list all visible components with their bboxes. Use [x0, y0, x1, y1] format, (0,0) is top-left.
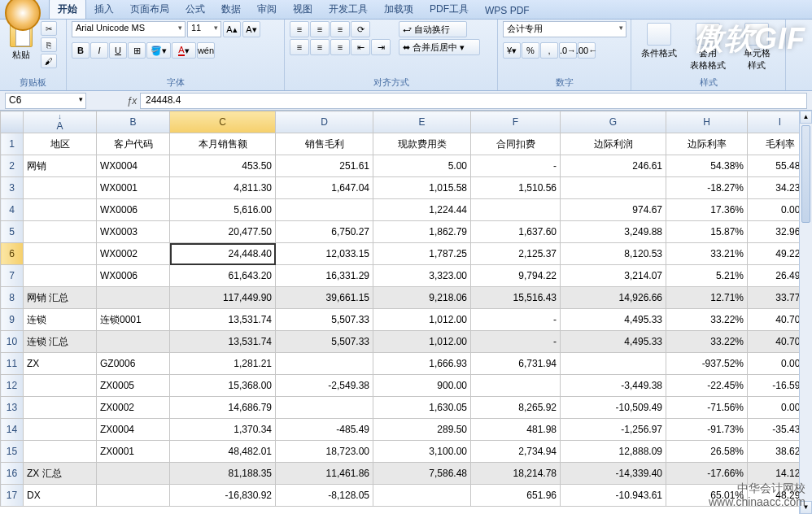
phonetic-button[interactable]: wén: [197, 42, 215, 59]
decrease-decimal-button[interactable]: .00←: [578, 42, 596, 59]
orientation-button[interactable]: ⟳: [351, 21, 370, 37]
cell[interactable]: WX0006: [97, 265, 170, 287]
cell[interactable]: 3,323.00: [373, 265, 471, 287]
cell[interactable]: ZX: [24, 353, 97, 375]
header-cell[interactable]: 销售毛利: [276, 133, 373, 155]
cell[interactable]: -937.52%: [666, 353, 748, 375]
header-cell[interactable]: 边际利率: [666, 133, 748, 155]
cell[interactable]: 65.01%: [666, 485, 748, 507]
tab-5[interactable]: 审阅: [249, 0, 285, 19]
row-header-13[interactable]: 13: [1, 397, 24, 419]
cell[interactable]: 1,647.04: [276, 177, 373, 199]
cell[interactable]: [471, 375, 561, 397]
row-header-7[interactable]: 7: [1, 265, 24, 287]
cell[interactable]: ZX0001: [97, 441, 170, 463]
col-header-A[interactable]: ↓A: [24, 111, 97, 133]
cell[interactable]: -: [471, 331, 561, 353]
cell[interactable]: WX0002: [97, 243, 170, 265]
cell[interactable]: -71.56%: [666, 397, 748, 419]
cell[interactable]: 15.87%: [666, 221, 748, 243]
cell[interactable]: 13,531.74: [170, 331, 276, 353]
cell[interactable]: 289.50: [373, 419, 471, 441]
row-header-1[interactable]: 1: [1, 133, 24, 155]
cell-styles-button[interactable]: 单元格 样式: [734, 21, 779, 72]
wrap-text-button[interactable]: ⮐ 自动换行: [399, 21, 467, 37]
cell[interactable]: 54.38%: [666, 155, 748, 177]
cell[interactable]: 33.22%: [666, 309, 748, 331]
cell[interactable]: -91.73%: [666, 419, 748, 441]
header-cell[interactable]: 现款费用类: [373, 133, 471, 155]
row-header-3[interactable]: 3: [1, 177, 24, 199]
cell[interactable]: WX0004: [97, 155, 170, 177]
cell[interactable]: 6,731.94: [471, 353, 561, 375]
cell[interactable]: ZX0005: [97, 375, 170, 397]
scroll-up-button[interactable]: ▲: [800, 111, 812, 124]
cell[interactable]: 12,888.09: [561, 441, 666, 463]
cell[interactable]: [24, 177, 97, 199]
cell[interactable]: 网销: [24, 155, 97, 177]
cell[interactable]: -10,509.49: [561, 397, 666, 419]
cell[interactable]: -: [471, 309, 561, 331]
col-header-E[interactable]: E: [373, 111, 471, 133]
cell[interactable]: [471, 199, 561, 221]
row-header-6[interactable]: 6: [1, 243, 24, 265]
cell[interactable]: 33.21%: [666, 243, 748, 265]
font-size-combo[interactable]: 11: [187, 21, 221, 37]
tab-0[interactable]: 开始: [49, 0, 86, 19]
cell[interactable]: [24, 221, 97, 243]
cell[interactable]: 15,516.43: [471, 287, 561, 309]
cell[interactable]: -: [471, 155, 561, 177]
tab-3[interactable]: 公式: [177, 0, 213, 19]
cell[interactable]: [97, 485, 170, 507]
cell[interactable]: [24, 265, 97, 287]
number-format-combo[interactable]: 会计专用: [503, 21, 626, 37]
cell[interactable]: [276, 353, 373, 375]
cell[interactable]: 1,510.56: [471, 177, 561, 199]
cell[interactable]: 5.21%: [666, 265, 748, 287]
row-header-8[interactable]: 8: [1, 287, 24, 309]
cell[interactable]: -18.27%: [666, 177, 748, 199]
row-header-12[interactable]: 12: [1, 375, 24, 397]
cell[interactable]: 1,637.60: [471, 221, 561, 243]
cell[interactable]: 1,281.21: [170, 353, 276, 375]
cell[interactable]: [24, 243, 97, 265]
cell[interactable]: -8,128.05: [276, 485, 373, 507]
row-header-16[interactable]: 16: [1, 463, 24, 485]
cell[interactable]: 5,507.33: [276, 309, 373, 331]
cell[interactable]: [561, 177, 666, 199]
font-color-button[interactable]: A▾: [172, 42, 196, 59]
cell[interactable]: -14,339.40: [561, 463, 666, 485]
table-format-button[interactable]: 套用 表格格式: [685, 21, 731, 72]
cell[interactable]: 8,265.92: [471, 397, 561, 419]
underline-button[interactable]: U: [109, 42, 127, 59]
cell[interactable]: 12.71%: [666, 287, 748, 309]
conditional-format-button[interactable]: 条件格式: [636, 21, 682, 59]
cell[interactable]: 974.67: [561, 199, 666, 221]
cell[interactable]: 网销 汇总: [24, 287, 97, 309]
cell[interactable]: 14,926.66: [561, 287, 666, 309]
cell[interactable]: 16,331.29: [276, 265, 373, 287]
percent-button[interactable]: %: [522, 42, 539, 59]
cell[interactable]: [24, 419, 97, 441]
col-header-B[interactable]: B: [97, 111, 170, 133]
cell[interactable]: 7,586.48: [373, 463, 471, 485]
row-header-14[interactable]: 14: [1, 419, 24, 441]
cell[interactable]: -485.49: [276, 419, 373, 441]
vertical-scrollbar[interactable]: ▲ ▼: [799, 111, 812, 514]
cut-button[interactable]: ✂: [41, 21, 57, 36]
cell[interactable]: -17.66%: [666, 463, 748, 485]
cell[interactable]: [97, 331, 170, 353]
decrease-indent-button[interactable]: ⇤: [351, 39, 370, 55]
header-cell[interactable]: 客户代码: [97, 133, 170, 155]
cell[interactable]: 61,643.20: [170, 265, 276, 287]
merge-center-button[interactable]: ⬌ 合并后居中 ▾: [399, 39, 480, 55]
cell[interactable]: [97, 287, 170, 309]
cell[interactable]: 13,531.74: [170, 309, 276, 331]
cell[interactable]: GZ0006: [97, 353, 170, 375]
scroll-down-button[interactable]: ▼: [800, 501, 812, 514]
increase-indent-button[interactable]: ⇥: [371, 39, 391, 55]
cell[interactable]: 1,012.00: [373, 309, 471, 331]
col-header-H[interactable]: H: [666, 111, 748, 133]
cell[interactable]: 18,214.78: [471, 463, 561, 485]
cell[interactable]: 5,507.33: [276, 331, 373, 353]
